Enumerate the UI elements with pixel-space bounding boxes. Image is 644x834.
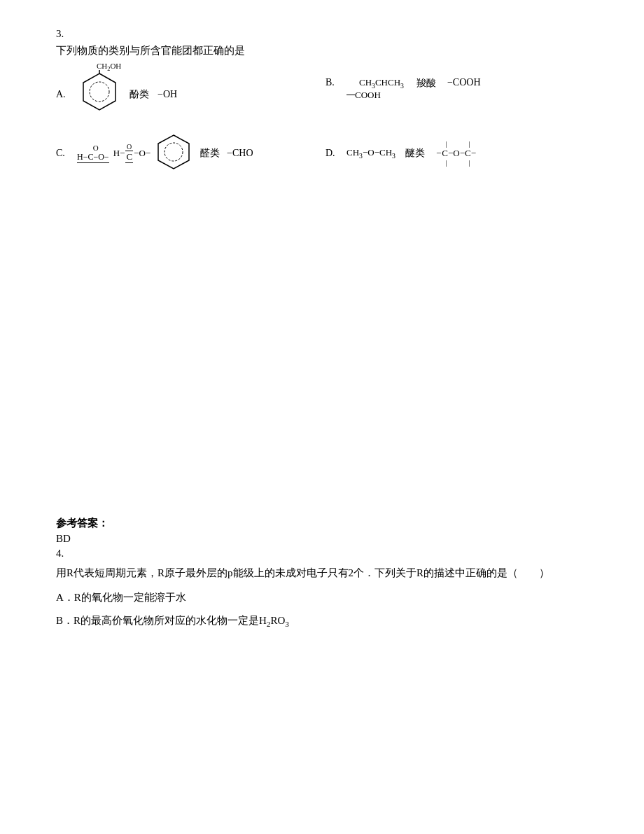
svg-marker-3 <box>158 135 189 169</box>
answer-text: BD <box>56 533 588 545</box>
option-b-group: −COOH <box>447 77 481 88</box>
option-d: D. CH3−O−CH3 醚类 − | C | −O− | C | − <box>326 132 588 174</box>
option-c-category: 醛类 <box>200 147 220 160</box>
reference-answer-section: 参考答案： BD 4. 用R代表短周期元素，R原子最外层的p能级上的未成对电子只… <box>56 517 588 631</box>
options-grid: A. CH2OH 酚类 −OH <box>56 70 588 174</box>
option-b-category: 羧酸 <box>416 77 436 90</box>
option-d-category: 醚类 <box>405 147 425 160</box>
question-3-section: 3. 下列物质的类别与所含官能团都正确的是 A. CH2OH <box>56 28 588 174</box>
option-a-group: −OH <box>158 89 177 100</box>
option-a: A. CH2OH 酚类 −OH <box>56 70 318 118</box>
question-4-text: 用R代表短周期元素，R原子最外层的p能级上的未成对电子只有2个．下列关于R的描述… <box>56 564 588 583</box>
benzene-ring-c <box>155 132 193 171</box>
option-d-group-structure: − | C | −O− | C | − <box>436 140 476 167</box>
question-4-number: 4. <box>56 548 588 560</box>
benzene-ring-a <box>77 70 122 116</box>
question-3-text: 下列物质的类别与所含官能团都正确的是 <box>56 44 588 57</box>
option-d-label: D. <box>326 148 340 159</box>
svg-point-1 <box>90 82 109 102</box>
option-b-formula-top: CH3CHCH3 <box>346 77 404 90</box>
option-c-structure: O H−C−O− H− O C −O− <box>77 132 253 174</box>
content-spacer <box>56 195 588 475</box>
option-a-label: A. <box>56 89 70 100</box>
option-b-formula-bottom: COOH <box>346 90 381 101</box>
question-3-number: 3. <box>56 28 588 40</box>
reference-answer-title: 参考答案： <box>56 517 588 530</box>
question-4-option-b: B．R的最高价氧化物所对应的水化物一定是H2RO3 <box>56 611 588 631</box>
option-b: B. CH3CHCH3 COOH 羧酸 −COOH <box>326 70 588 118</box>
option-c-group: −CHO <box>227 148 253 159</box>
svg-marker-0 <box>83 74 115 110</box>
option-d-formula: CH3−O−CH3 <box>346 147 396 160</box>
option-a-category: 酚类 <box>130 88 149 101</box>
option-b-label: B. <box>326 77 340 88</box>
question-4-option-a: A．R的氧化物一定能溶于水 <box>56 588 588 607</box>
option-c-label: C. <box>56 148 70 159</box>
option-a-structure: CH2OH 酚类 −OH <box>77 70 177 118</box>
option-c: C. O H−C−O− H− O C −O− <box>56 132 318 174</box>
svg-point-4 <box>164 143 183 161</box>
